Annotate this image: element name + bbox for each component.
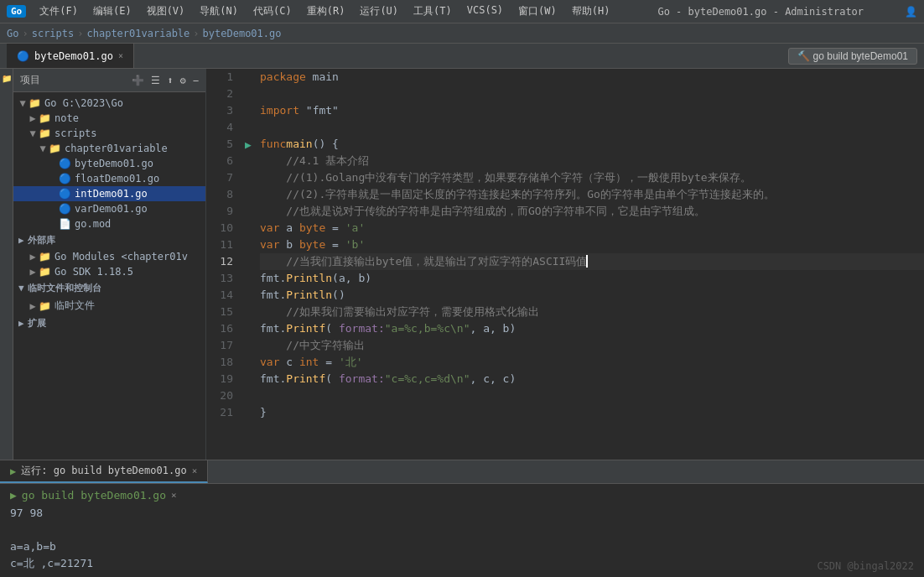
code-line-4 xyxy=(260,119,924,136)
code-line-14: fmt.Println() xyxy=(260,287,924,304)
tree-item-Go_SDK_1.18.5[interactable]: ▶📁Go SDK 1.18.5 xyxy=(13,264,205,279)
go-logo: Go xyxy=(7,5,26,18)
sidebar-section-扩展[interactable]: ▶扩展 xyxy=(13,314,205,332)
gutter-line-3 xyxy=(240,102,257,119)
line-number-11: 11 xyxy=(206,237,233,253)
tree-item-byteDemo01.go[interactable]: 🔵byteDemo01.go xyxy=(13,156,205,171)
tree-item-Go__G:\2023\Go[interactable]: ▼📁Go G:\2023\Go xyxy=(13,96,205,111)
tree-item-varDemo01.go[interactable]: 🔵varDemo01.go xyxy=(13,201,205,216)
toolbar: 🔵 byteDemo01.go × 🔨 go build byteDemo01 xyxy=(0,44,924,69)
tree-item-intDemo01.go[interactable]: 🔵intDemo01.go xyxy=(13,186,205,201)
code-line-20 xyxy=(260,387,924,404)
gutter-line-6 xyxy=(240,153,257,169)
menu-item[interactable]: 文件(F) xyxy=(33,3,85,20)
project-icon[interactable]: 📁 xyxy=(1,72,13,84)
line-number-8: 8 xyxy=(206,186,233,203)
tab-byteDemo01[interactable]: 🔵 byteDemo01.go × xyxy=(7,44,134,68)
tree-item-label: varDemo01.go xyxy=(75,203,148,215)
code-line-7: //(1).Golang中没有专门的字符类型，如果要存储单个字符（字母），一般使… xyxy=(260,169,924,186)
sidebar-section-外部库[interactable]: ▶外部库 xyxy=(13,231,205,249)
code-content[interactable]: package main import "fmt" func main() { … xyxy=(257,69,924,460)
menu-item[interactable]: 帮助(H) xyxy=(565,3,617,20)
gutter-line-21 xyxy=(240,404,257,421)
line-number-4: 4 xyxy=(206,119,233,136)
tree-arrow-icon: ▶ xyxy=(27,251,39,263)
breadcrumb-sep: › xyxy=(22,28,28,39)
sidebar-section-临时文件和控制台[interactable]: ▼临时文件和控制台 xyxy=(13,279,205,297)
go-file-icon: 🔵 xyxy=(59,188,71,200)
menu-item[interactable]: 运行(U) xyxy=(353,3,405,20)
go-file-icon: 🔵 xyxy=(59,158,71,169)
bottom-panel: ▶ 运行: go build byteDemo01.go × ▶ go buil… xyxy=(0,460,924,577)
section-arrow-icon: ▶ xyxy=(18,318,24,329)
line-number-6: 6 xyxy=(206,153,233,169)
tree-item-chapter01variable[interactable]: ▼📁chapter01variable xyxy=(13,141,205,156)
gear-icon[interactable]: ⚙ xyxy=(180,75,186,86)
left-icon-rail: 📁 xyxy=(0,69,13,460)
tree-item-label: intDemo01.go xyxy=(75,188,148,200)
menu-item[interactable]: 编辑(E) xyxy=(86,3,138,20)
add-icon[interactable]: ➕ xyxy=(132,75,144,86)
code-line-21: } xyxy=(260,404,924,421)
menu-item[interactable]: 重构(R) xyxy=(300,3,352,20)
code-line-2 xyxy=(260,86,924,102)
gutter-line-15 xyxy=(240,304,257,320)
code-line-11: var b byte = 'b' xyxy=(260,237,924,253)
run-gutter-icon[interactable]: ▶ xyxy=(245,138,252,151)
sidebar-toolbar: 项目 ➕ ☰ ⬆ ⚙ − xyxy=(13,69,205,92)
section-arrow-icon: ▼ xyxy=(18,283,24,294)
tree-item-scripts[interactable]: ▼📁scripts xyxy=(13,126,205,141)
code-line-10: var a byte = 'a' xyxy=(260,220,924,237)
line-number-3: 3 xyxy=(206,102,233,119)
code-line-15: //如果我们需要输出对应字符，需要使用格式化输出 xyxy=(260,304,924,320)
tree-item-Go_Modules_<chapter01v[interactable]: ▶📁Go Modules <chapter01v xyxy=(13,249,205,264)
run-command-label: go build byteDemo01.go xyxy=(22,489,166,502)
folder-icon: 📁 xyxy=(39,112,51,124)
run-build-button[interactable]: 🔨 go build byteDemo01 xyxy=(788,48,917,65)
sidebar: 项目 ➕ ☰ ⬆ ⚙ − ▼📁Go G:\2023\Go▶📁note▼📁scri… xyxy=(13,69,206,460)
minimize-icon[interactable]: − xyxy=(193,75,199,86)
run-btn-label: go build byteDemo01 xyxy=(813,50,908,62)
tab-close-button[interactable]: × xyxy=(118,51,123,60)
title-bar: Go 文件(F)编辑(E)视图(V)导航(N)代码(C)重构(R)运行(U)工具… xyxy=(0,0,924,23)
tree-item-临时文件[interactable]: ▶📁临时文件 xyxy=(13,297,205,314)
code-line-6: //4.1 基本介绍 xyxy=(260,153,924,169)
output-line: a=a,b=b xyxy=(10,538,914,555)
tree-arrow-icon: ▶ xyxy=(27,112,39,124)
breadcrumb: Go›scripts›chapter01variable›byteDemo01.… xyxy=(0,23,924,44)
tree-item-label: scripts xyxy=(55,127,97,139)
line-number-10: 10 xyxy=(206,220,233,237)
run-play-button[interactable]: ▶ xyxy=(10,489,17,502)
tree-item-label: note xyxy=(55,112,79,124)
editor-area: 123456789101112131415161718192021 ▶ pack… xyxy=(206,69,924,460)
collapse-icon[interactable]: ⬆ xyxy=(167,75,173,86)
gutter-line-1 xyxy=(240,69,257,86)
expand-icon[interactable]: ☰ xyxy=(151,75,160,86)
tree-arrow-icon: ▼ xyxy=(17,97,29,109)
hammer-icon: 🔨 xyxy=(797,50,810,62)
menu-item[interactable]: 工具(T) xyxy=(407,3,459,20)
tree-arrow-icon: ▼ xyxy=(37,143,49,154)
tree-item-go.mod[interactable]: 📄go.mod xyxy=(13,216,205,231)
panel-content: ▶ go build byteDemo01.go × 97 98 a=a,b=b… xyxy=(0,484,924,577)
gutter-line-4 xyxy=(240,119,257,136)
main-area: 📁 项目 ➕ ☰ ⬆ ⚙ − ▼📁Go G:\2023\Go▶📁note▼📁sc… xyxy=(0,69,924,460)
run-close-icon[interactable]: × xyxy=(171,490,177,501)
menu-item[interactable]: VCS(S) xyxy=(460,3,510,20)
panel-tabs: ▶ 运行: go build byteDemo01.go × xyxy=(0,460,924,484)
menu-item[interactable]: 导航(N) xyxy=(193,3,245,20)
menu-item[interactable]: 代码(C) xyxy=(247,3,298,20)
editor-tabs: 🔵 byteDemo01.go × xyxy=(7,44,134,68)
tree-item-label: Go G:\2023\Go xyxy=(44,97,123,109)
panel-close-icon[interactable]: × xyxy=(192,465,198,476)
menu-item[interactable]: 视图(V) xyxy=(140,3,192,20)
tree-item-label: floatDemo01.go xyxy=(75,173,159,185)
title-right: 👤 xyxy=(905,6,917,18)
tree-item-floatDemo01.go[interactable]: 🔵floatDemo01.go xyxy=(13,171,205,186)
tree-item-label: byteDemo01.go xyxy=(75,158,153,169)
panel-tab-run[interactable]: ▶ 运行: go build byteDemo01.go × xyxy=(0,460,208,483)
code-line-18: var c int = '北' xyxy=(260,354,924,371)
output-line xyxy=(10,522,914,538)
menu-item[interactable]: 窗口(W) xyxy=(511,3,563,20)
tree-item-note[interactable]: ▶📁note xyxy=(13,111,205,126)
